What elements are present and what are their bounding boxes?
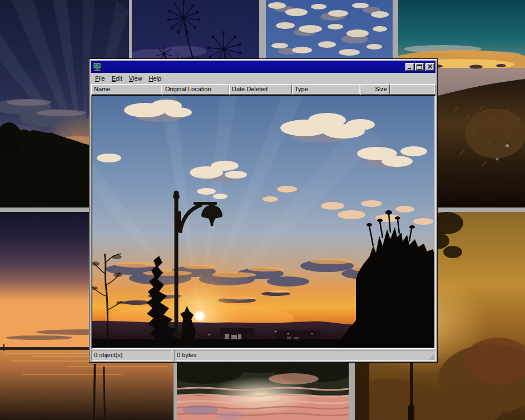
column-header-type[interactable]: Type (292, 84, 360, 95)
maximize-button[interactable] (415, 63, 424, 71)
menu-file[interactable]: File (92, 74, 108, 83)
recycle-bin-window: File Edit View Help Name Original Locati… (89, 58, 438, 363)
column-header-filler[interactable] (390, 84, 435, 95)
column-header-original-location[interactable]: Original Location (162, 84, 229, 95)
resize-grip[interactable] (428, 354, 435, 361)
column-header-size[interactable]: Size (360, 84, 390, 95)
status-object-count: 0 object(s) (91, 350, 171, 361)
status-total-size: 0 bytes (174, 350, 435, 361)
computer-icon (93, 62, 102, 71)
maximize-icon (417, 65, 422, 70)
column-header-row: Name Original Location Date Deleted Type… (91, 84, 435, 95)
column-header-name[interactable]: Name (91, 84, 162, 95)
minimize-button[interactable] (405, 63, 414, 71)
file-list-area[interactable] (91, 95, 435, 349)
menu-help[interactable]: Help (145, 74, 165, 83)
close-button[interactable] (425, 63, 434, 71)
sunset-lamp-photo (92, 96, 434, 348)
desktop: File Edit View Help Name Original Locati… (0, 0, 525, 420)
column-header-date-deleted[interactable]: Date Deleted (229, 84, 292, 95)
close-icon (428, 65, 433, 69)
menu-view[interactable]: View (126, 74, 146, 83)
menu-edit[interactable]: Edit (108, 74, 126, 83)
title-bar[interactable] (91, 61, 435, 73)
menu-bar: File Edit View Help (91, 73, 435, 84)
status-bar: 0 object(s) 0 bytes (91, 350, 435, 361)
minimize-icon (407, 65, 413, 70)
